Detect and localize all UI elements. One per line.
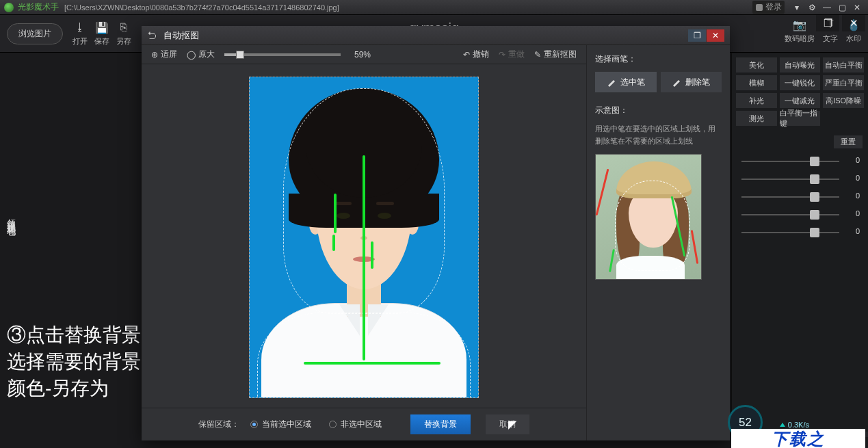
instruction-line: 选择需要的背景 [7, 348, 147, 375]
adj-button[interactable]: 高ISO降噪 [823, 93, 864, 108]
recut-button[interactable]: ✎ 重新抠图 [534, 49, 577, 60]
keep-area-label: 保留区域： [198, 419, 239, 430]
dropdown-icon[interactable]: ▾ [790, 2, 804, 13]
open-label: 打开 [73, 36, 88, 47]
adj-button[interactable]: 美化 [736, 57, 777, 73]
example-image [595, 154, 702, 280]
adj-button[interactable]: 白平衡一指键 [780, 111, 821, 126]
adjust-slider[interactable]: 0 [737, 192, 863, 202]
editor-pane: ⊕ 适屏 ◯ 原大 59% ↶ 撤销 ↷ 重做 ✎ 重新抠图 [142, 45, 586, 440]
select-stroke [332, 235, 335, 251]
app-icon [4, 3, 14, 12]
select-stroke [334, 194, 337, 233]
instruction-line: ③点击替换背景- [7, 321, 147, 348]
adj-button[interactable]: 补光 [736, 93, 777, 108]
radio-dot-icon [250, 421, 258, 428]
close-button[interactable]: ✕ [850, 2, 864, 13]
back-icon[interactable]: ⮌ [147, 30, 157, 41]
cursor-icon: ◤ [508, 418, 516, 431]
adj-button[interactable]: 严重白平衡 [823, 75, 864, 90]
instruction-line: 颜色-另存为 [7, 375, 147, 401]
download-banner[interactable]: 下载之 [731, 429, 865, 448]
cancel-button[interactable]: 取消 [486, 414, 529, 434]
radio-current-selection[interactable]: 当前选中区域 [250, 419, 311, 430]
darkroom-label: 数码暗房 [785, 34, 815, 44]
example-label: 示意图： [595, 105, 722, 116]
up-arrow-icon [780, 423, 785, 427]
select-brush-button[interactable]: 选中笔 [595, 72, 657, 92]
radio-label: 非选中区域 [341, 419, 382, 430]
brush-hint: 用选中笔在要选中的区域上划线，用删除笔在不需要的区域上划线 [595, 123, 722, 147]
svg-rect-0 [756, 4, 763, 11]
delete-stroke [596, 169, 609, 216]
select-stroke [609, 249, 615, 272]
open-icon: ⭳ [73, 21, 87, 34]
redo-button[interactable]: ↷ 重做 [499, 49, 525, 60]
watermark-label: 水印 [846, 34, 861, 44]
login-label: 登录 [765, 1, 782, 13]
darkroom-button[interactable]: 📷 数码暗房 [785, 18, 815, 44]
zoom-toolbar: ⊕ 适屏 ◯ 原大 59% ↶ 撤销 ↷ 重做 ✎ 重新抠图 [142, 45, 586, 64]
settings-icon[interactable]: ⚙ [805, 2, 819, 13]
save-button[interactable]: 💾 保存 [94, 21, 109, 47]
left-promo-strip[interactable]: 领腾讯视频礼包 [4, 212, 16, 222]
reset-button[interactable]: 重置 [834, 135, 863, 148]
select-stroke [371, 241, 373, 269]
dialog-maximize-button[interactable]: ❐ [688, 29, 706, 42]
radio-label: 当前选中区域 [262, 419, 311, 430]
brush-icon [607, 77, 616, 87]
adj-button [823, 111, 864, 126]
saveas-icon: ⎘ [117, 21, 131, 34]
adjust-slider[interactable]: 0 [737, 228, 863, 237]
instruction-overlay: ③点击替换背景- 选择需要的背景 颜色-另存为 [7, 321, 147, 402]
minimize-button[interactable]: — [820, 2, 834, 13]
maximize-button[interactable]: ▢ [835, 2, 849, 13]
adj-button[interactable]: 一键锐化 [780, 75, 821, 90]
adj-button[interactable]: 模糊 [736, 75, 777, 90]
adjust-slider[interactable]: 0 [737, 174, 863, 184]
save-icon: 💾 [95, 21, 109, 34]
zoom-slider[interactable] [224, 53, 341, 56]
window-titlebar: 光影魔术手 [C:\Users\XZWN\Desktop\0080a53b7b2… [0, 0, 868, 15]
adj-button[interactable]: 一键减光 [780, 93, 821, 108]
adjust-slider[interactable]: 0 [737, 157, 863, 166]
text-label: 文字 [823, 34, 838, 44]
delete-brush-button[interactable]: 删除笔 [661, 72, 722, 92]
app-name: 光影魔术手 [18, 1, 59, 13]
overlay-close-icon[interactable]: ✕ [842, 15, 865, 31]
user-icon [755, 3, 763, 12]
dialog-close-button[interactable]: ✕ [707, 29, 724, 42]
undo-button[interactable]: ↶ 撤销 [463, 49, 489, 60]
brush-icon [672, 77, 681, 87]
zoom-percent: 59% [354, 50, 371, 60]
select-stroke [304, 362, 440, 365]
dialog-bottom-bar: 保留区域： 当前选中区域 非选中区域 替换背景 取消 ◤ [142, 408, 586, 440]
overlay-restore-icon[interactable]: ❐ [816, 15, 839, 31]
browse-button[interactable]: 浏览图片 [7, 23, 63, 44]
saveas-button[interactable]: ⎘ 另存 [116, 21, 131, 47]
adj-button[interactable]: 自动曝光 [780, 57, 821, 73]
overlay-window-controls: ❐ ✕ [816, 15, 865, 31]
speed-value: 52 [739, 416, 752, 430]
adjust-panel: 美化 自动曝光 自动白平衡 模糊 一键锐化 严重白平衡 补光 一键减光 高ISO… [731, 53, 868, 436]
zoom-slider-handle[interactable] [236, 51, 244, 59]
brush-label: 选择画笔： [595, 53, 722, 65]
dialog-title: 自动抠图 [163, 29, 199, 42]
adj-button[interactable]: 测光 [736, 111, 777, 126]
login-button[interactable]: 登录 [752, 1, 785, 14]
original-size-button[interactable]: ◯ 原大 [187, 49, 215, 60]
camera-icon: 📷 [793, 18, 806, 31]
replace-background-button[interactable]: 替换背景 [410, 414, 471, 434]
saveas-label: 另存 [116, 36, 131, 47]
fit-screen-button[interactable]: ⊕ 适屏 [151, 49, 177, 60]
delete-stroke [691, 230, 699, 264]
adjust-slider[interactable]: 0 [737, 210, 863, 220]
radio-dot-icon [329, 421, 337, 428]
adj-button[interactable]: 自动白平衡 [823, 57, 864, 73]
radio-invert-selection[interactable]: 非选中区域 [329, 419, 382, 430]
dialog-header: ⮌ 自动抠图 ❐ ✕ [142, 26, 730, 45]
photo-canvas[interactable] [249, 77, 479, 398]
open-button[interactable]: ⭳ 打开 [73, 21, 88, 47]
select-stroke [363, 155, 365, 360]
photo-subject [249, 77, 479, 398]
